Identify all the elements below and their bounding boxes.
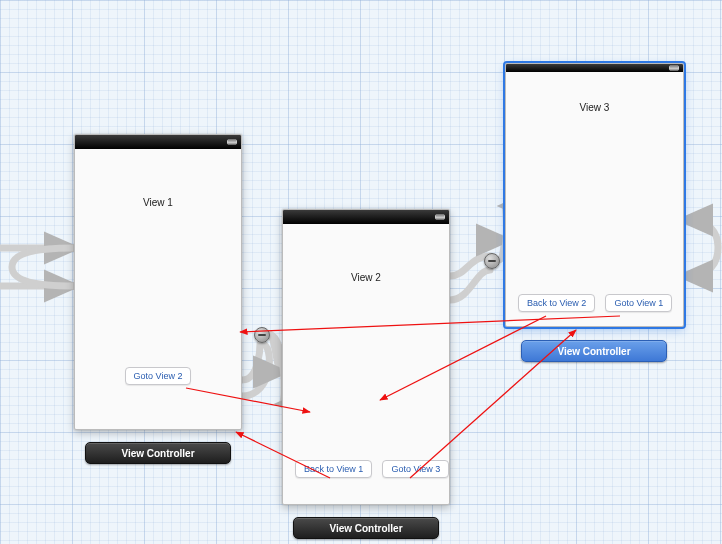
scene-label-selected[interactable]: View Controller — [521, 340, 667, 362]
back-to-view-1-button[interactable]: Back to View 1 — [295, 460, 372, 478]
view-title: View 2 — [283, 272, 449, 283]
segue-icon[interactable] — [254, 327, 270, 343]
view-title: View 3 — [506, 102, 683, 113]
status-bar — [506, 64, 683, 72]
battery-icon — [227, 140, 237, 145]
back-to-view-2-button[interactable]: Back to View 2 — [518, 294, 595, 312]
scene-label[interactable]: View Controller — [293, 517, 439, 539]
view-controller-2[interactable]: View 2 Back to View 1 Goto View 3 — [282, 209, 450, 505]
goto-view-3-button[interactable]: Goto View 3 — [382, 460, 449, 478]
segue-icon[interactable] — [484, 253, 500, 269]
scene-label[interactable]: View Controller — [85, 442, 231, 464]
battery-icon — [435, 215, 445, 220]
storyboard-canvas[interactable]: View 1 Goto View 2 View 2 Back to View 1… — [0, 0, 722, 544]
status-bar — [75, 135, 241, 149]
view-controller-1[interactable]: View 1 Goto View 2 — [74, 134, 242, 430]
goto-view-1-button[interactable]: Goto View 1 — [605, 294, 672, 312]
view-title: View 1 — [75, 197, 241, 208]
status-bar — [283, 210, 449, 224]
goto-view-2-button[interactable]: Goto View 2 — [125, 367, 192, 385]
view-controller-3[interactable]: View 3 Back to View 2 Goto View 1 — [505, 63, 684, 327]
battery-icon — [669, 66, 679, 71]
